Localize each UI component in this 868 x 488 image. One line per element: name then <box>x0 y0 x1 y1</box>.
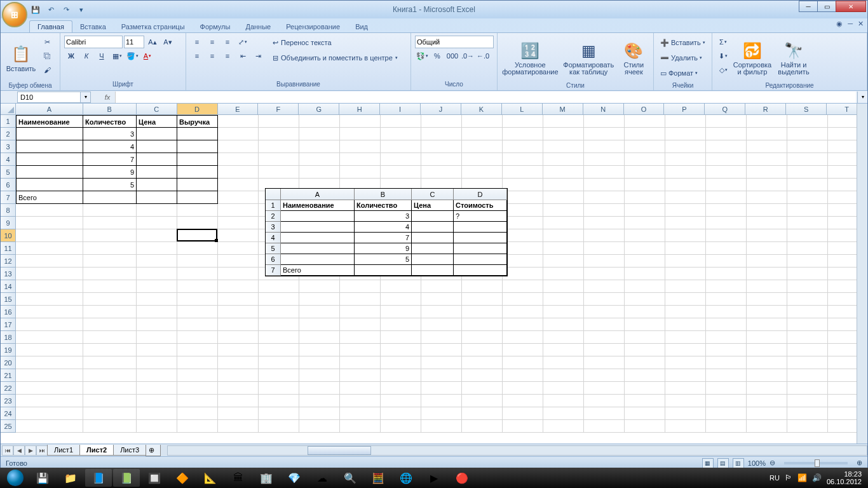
sheet-tab-2[interactable]: Лист2 <box>79 445 114 456</box>
cell[interactable] <box>787 356 828 369</box>
cell[interactable] <box>421 153 462 166</box>
cell[interactable] <box>340 153 381 166</box>
qat-redo-icon[interactable]: ↷ <box>60 3 72 16</box>
cell[interactable] <box>543 128 584 140</box>
col-header-B[interactable]: B <box>83 104 137 114</box>
cell[interactable] <box>543 395 584 407</box>
align-center-icon[interactable]: ≡ <box>205 50 219 62</box>
cell[interactable] <box>299 356 340 369</box>
cell[interactable] <box>16 331 83 344</box>
cell[interactable] <box>299 318 340 331</box>
italic-icon[interactable]: К <box>79 50 93 62</box>
align-bottom-icon[interactable]: ≡ <box>220 36 234 48</box>
cell[interactable] <box>706 255 747 268</box>
cell[interactable] <box>747 344 787 356</box>
start-button[interactable] <box>3 468 28 487</box>
cell[interactable] <box>299 382 340 395</box>
cell[interactable] <box>665 204 706 217</box>
cell[interactable] <box>706 242 747 255</box>
cell[interactable] <box>706 331 747 344</box>
cell[interactable] <box>747 331 787 344</box>
cell[interactable] <box>584 128 625 140</box>
cell[interactable] <box>177 153 218 166</box>
cell[interactable] <box>665 153 706 166</box>
cell[interactable] <box>503 140 543 153</box>
fx-button[interactable]: fx <box>100 92 115 103</box>
cell[interactable] <box>543 293 584 306</box>
col-header-M[interactable]: M <box>543 104 583 114</box>
taskbar-explorer-icon[interactable]: 📁 <box>57 469 84 487</box>
cell[interactable]: Цена <box>137 115 177 128</box>
cell[interactable] <box>625 217 665 229</box>
cell[interactable] <box>706 306 747 318</box>
cell[interactable] <box>137 407 177 420</box>
cell[interactable] <box>584 356 625 369</box>
clear-icon[interactable]: ◇ <box>716 64 730 76</box>
cell[interactable] <box>218 293 259 306</box>
cell[interactable] <box>177 356 218 369</box>
taskbar-app7-icon[interactable]: ☁ <box>309 469 336 487</box>
cell[interactable] <box>462 395 503 407</box>
cell[interactable] <box>503 242 543 255</box>
cell[interactable] <box>584 344 625 356</box>
cell[interactable] <box>584 179 625 191</box>
vertical-scrollbar[interactable] <box>857 104 867 444</box>
cell[interactable] <box>462 382 503 395</box>
cell[interactable] <box>503 115 543 128</box>
cell[interactable] <box>503 331 543 344</box>
cell-styles-button[interactable]: 🎨Стили ячеек <box>618 36 649 80</box>
cell[interactable] <box>665 331 706 344</box>
cell[interactable] <box>218 356 259 369</box>
insert-cells-button[interactable]: ➕Вставить▾ <box>658 36 708 50</box>
format-painter-icon[interactable]: 🖌 <box>40 64 54 76</box>
cell[interactable] <box>137 420 177 433</box>
cell[interactable] <box>259 407 299 420</box>
cell[interactable] <box>747 140 787 153</box>
office-button[interactable]: ⊞ <box>2 2 27 27</box>
sheet-nav-prev-icon[interactable]: ◀ <box>13 445 25 456</box>
row-header-6[interactable]: 6 <box>1 179 15 191</box>
minimize-button[interactable]: ─ <box>799 1 818 12</box>
cell[interactable] <box>706 204 747 217</box>
cell[interactable] <box>787 166 828 179</box>
bold-icon[interactable]: Ж <box>64 50 78 62</box>
row-header-1[interactable]: 1 <box>1 115 15 128</box>
col-header-D[interactable]: D <box>177 104 218 114</box>
cell[interactable] <box>83 204 137 217</box>
cell[interactable] <box>177 255 218 268</box>
row-header-10[interactable]: 10 <box>1 229 15 242</box>
cell[interactable] <box>381 420 421 433</box>
cell[interactable] <box>787 280 828 293</box>
cell[interactable] <box>543 306 584 318</box>
cell[interactable] <box>665 318 706 331</box>
cell[interactable] <box>625 229 665 242</box>
cell[interactable] <box>747 242 787 255</box>
cell[interactable] <box>259 128 299 140</box>
cell[interactable] <box>218 280 259 293</box>
cell[interactable] <box>787 242 828 255</box>
delete-cells-button[interactable]: ➖Удалить▾ <box>658 51 708 65</box>
cell[interactable] <box>665 344 706 356</box>
cell[interactable] <box>503 153 543 166</box>
scroll-thumb[interactable] <box>308 446 371 455</box>
cell[interactable] <box>83 229 137 242</box>
cell[interactable] <box>83 280 137 293</box>
col-header-S[interactable]: S <box>786 104 827 114</box>
tray-clock[interactable]: 18:23 06.10.2012 <box>827 470 862 485</box>
select-all-button[interactable] <box>1 104 16 115</box>
cell[interactable] <box>177 331 218 344</box>
cell[interactable] <box>218 268 259 280</box>
maximize-button[interactable]: ▭ <box>817 1 836 12</box>
cell[interactable] <box>787 293 828 306</box>
cell[interactable] <box>177 280 218 293</box>
cell[interactable] <box>584 153 625 166</box>
cell[interactable] <box>218 153 259 166</box>
cell[interactable] <box>16 356 83 369</box>
percent-icon[interactable]: % <box>430 50 444 62</box>
cell[interactable] <box>177 268 218 280</box>
taskbar-app11-icon[interactable]: 🔴 <box>449 469 475 487</box>
cell[interactable] <box>462 306 503 318</box>
row-header-5[interactable]: 5 <box>1 166 15 179</box>
cell[interactable] <box>543 356 584 369</box>
cell[interactable] <box>665 369 706 382</box>
